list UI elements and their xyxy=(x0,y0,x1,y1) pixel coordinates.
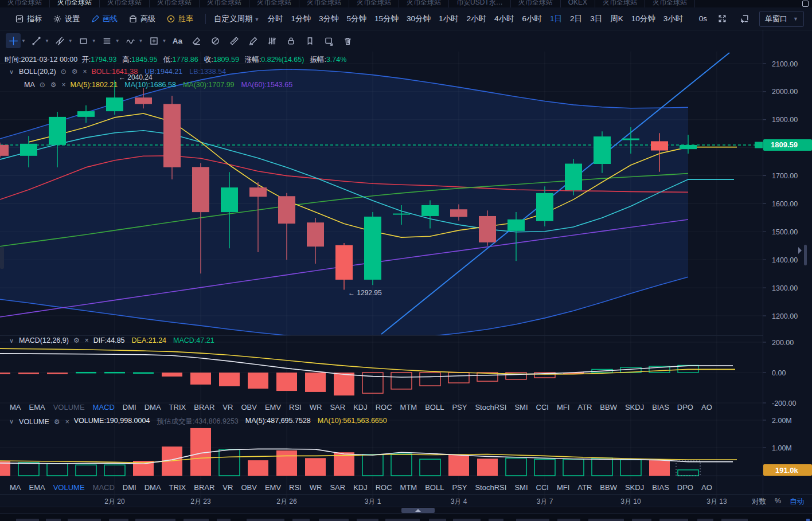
close-icon[interactable]: × xyxy=(62,81,66,89)
collapse-icon[interactable]: ∨ xyxy=(9,418,14,425)
indicator-tab-emv[interactable]: EMV xyxy=(261,483,285,492)
indicator-tab-ao[interactable]: AO xyxy=(697,483,716,492)
indicator-tab-atr[interactable]: ATR xyxy=(573,403,596,412)
indicator-value: VOLUME:190,998.0004 xyxy=(74,417,150,426)
indicator-tab-boll[interactable]: BOLL xyxy=(421,483,448,492)
clipped-text-fragment xyxy=(385,519,420,521)
indicator-tab-emv[interactable]: EMV xyxy=(261,403,285,412)
indicator-tab-volume[interactable]: VOLUME xyxy=(49,403,89,412)
indicator-tab-mtm[interactable]: MTM xyxy=(396,483,421,492)
indicator-tab-wr[interactable]: WR xyxy=(306,483,326,492)
indicator-tab-bias[interactable]: BIAS xyxy=(648,483,673,492)
indicator-tab-ema[interactable]: EMA xyxy=(25,483,49,492)
indicator-tab-smi[interactable]: SMI xyxy=(510,483,532,492)
price-marker xyxy=(755,142,763,148)
indicator-tab-skdj[interactable]: SKDJ xyxy=(621,403,648,412)
clipped-text-fragment xyxy=(247,519,284,521)
indicator-value: MA(5):487,695.7528 xyxy=(245,417,311,426)
indicator-tab-dpo[interactable]: DPO xyxy=(673,403,697,412)
close-icon[interactable]: × xyxy=(83,68,87,76)
indicator-tabs-volume-pane: MAEMAVOLUMEMACDDMIDMATRIXBRARVROBVEMVRSI… xyxy=(6,481,757,493)
indicator-tab-ma[interactable]: MA xyxy=(6,403,25,412)
indicator-tab-stochrsi[interactable]: StochRSI xyxy=(471,483,510,492)
indicator-tab-brar[interactable]: BRAR xyxy=(190,483,218,492)
indicator-tab-mtm[interactable]: MTM xyxy=(396,403,421,412)
svg-text:2100.00: 2100.00 xyxy=(772,60,798,68)
indicator-tab-dma[interactable]: DMA xyxy=(140,403,165,412)
collapse-icon[interactable]: ∨ xyxy=(9,337,14,344)
macd-title: MACD(12,26,9) xyxy=(19,336,69,344)
indicator-tab-ao[interactable]: AO xyxy=(697,403,716,412)
clipped-text-fragment xyxy=(357,519,378,521)
indicator-tab-atr[interactable]: ATR xyxy=(573,483,596,492)
left-panel-handle[interactable] xyxy=(0,247,4,269)
indicator-tab-rsi[interactable]: RSI xyxy=(285,403,306,412)
scale-%[interactable]: % xyxy=(775,497,781,507)
date-label: 2月 23 xyxy=(190,497,210,507)
indicator-tab-brar[interactable]: BRAR xyxy=(190,403,218,412)
macd-pane xyxy=(0,348,735,395)
indicator-tab-kdj[interactable]: KDJ xyxy=(349,403,372,412)
indicator-value: 预估成交量:434,806.9253 xyxy=(157,417,238,426)
collapse-icon[interactable]: ∨ xyxy=(9,68,14,76)
indicator-tab-ma[interactable]: MA xyxy=(6,483,25,492)
indicator-tab-boll[interactable]: BOLL xyxy=(421,403,448,412)
indicator-tab-kdj[interactable]: KDJ xyxy=(349,483,372,492)
scrollbar-expand-handle[interactable] xyxy=(401,508,435,513)
gear-icon[interactable]: ⚙ xyxy=(54,418,60,426)
indicator-tab-vr[interactable]: VR xyxy=(218,483,237,492)
gear-icon[interactable]: ⚙ xyxy=(73,336,80,344)
chart-canvas[interactable]: ← 2040.24← 1292.952100.002000.001900.001… xyxy=(0,0,812,521)
indicator-tab-bbw[interactable]: BBW xyxy=(596,403,621,412)
indicator-tab-skdj[interactable]: SKDJ xyxy=(621,483,648,492)
clipped-text-fragment xyxy=(489,519,503,521)
gear-icon[interactable]: ⚙ xyxy=(72,68,78,76)
indicator-tab-wr[interactable]: WR xyxy=(306,403,326,412)
indicator-tab-rsi[interactable]: RSI xyxy=(285,483,306,492)
indicator-tab-obv[interactable]: OBV xyxy=(237,483,260,492)
indicator-tab-dpo[interactable]: DPO xyxy=(673,483,697,492)
indicator-tab-cci[interactable]: CCI xyxy=(532,403,553,412)
ohlc-item: 高:1845.95 xyxy=(122,55,157,65)
indicator-tab-macd[interactable]: MACD xyxy=(89,483,119,492)
close-icon[interactable]: × xyxy=(85,336,89,344)
indicator-tab-sar[interactable]: SAR xyxy=(326,403,349,412)
ma-header: MA ⊙ ⚙ × MA(5):1802.21MA(10):1686.58MA(3… xyxy=(24,81,292,89)
eye-icon[interactable]: ⊙ xyxy=(40,81,45,89)
right-scroll-thumb[interactable] xyxy=(804,245,807,265)
scale-对数[interactable]: 对数 xyxy=(752,497,766,507)
indicator-tab-trix[interactable]: TRIX xyxy=(165,403,190,412)
indicator-tab-macd[interactable]: MACD xyxy=(89,403,119,412)
indicator-tab-ema[interactable]: EMA xyxy=(25,403,49,412)
indicator-tab-volume[interactable]: VOLUME xyxy=(49,483,89,492)
indicator-tab-mfi[interactable]: MFI xyxy=(553,403,573,412)
indicator-tab-dmi[interactable]: DMI xyxy=(119,483,140,492)
indicator-tab-obv[interactable]: OBV xyxy=(237,403,260,412)
indicator-value: LB:1338.54 xyxy=(189,68,226,76)
indicator-tab-vr[interactable]: VR xyxy=(218,403,237,412)
indicator-tab-psy[interactable]: PSY xyxy=(448,483,471,492)
ohlc-item: 涨幅:0.82%(14.65) xyxy=(245,55,304,65)
indicator-tab-dmi[interactable]: DMI xyxy=(119,403,140,412)
svg-text:191.0k: 191.0k xyxy=(775,466,799,475)
indicator-tab-stochrsi[interactable]: StochRSI xyxy=(471,403,510,412)
eye-icon[interactable]: ⊙ xyxy=(61,68,67,76)
close-icon[interactable]: × xyxy=(65,418,69,426)
indicator-tab-mfi[interactable]: MFI xyxy=(553,483,573,492)
indicator-tab-smi[interactable]: SMI xyxy=(510,403,532,412)
indicator-tab-bbw[interactable]: BBW xyxy=(596,483,621,492)
indicator-tab-roc[interactable]: ROC xyxy=(372,483,396,492)
indicator-tab-cci[interactable]: CCI xyxy=(532,483,553,492)
indicator-tab-psy[interactable]: PSY xyxy=(448,403,471,412)
indicator-tab-roc[interactable]: ROC xyxy=(372,403,396,412)
boll-title: BOLL(20,2) xyxy=(19,68,56,76)
indicator-tab-dma[interactable]: DMA xyxy=(140,483,165,492)
indicator-tab-bias[interactable]: BIAS xyxy=(648,403,673,412)
price-axis: 2100.002000.001900.001700.001600.001500.… xyxy=(755,30,812,513)
clipped-text-fragment xyxy=(516,519,549,521)
indicator-tab-sar[interactable]: SAR xyxy=(326,483,349,492)
expand-right-icon[interactable] xyxy=(798,247,802,254)
gear-icon[interactable]: ⚙ xyxy=(50,81,57,89)
scale-自动[interactable]: 自动 xyxy=(790,497,804,507)
indicator-tab-trix[interactable]: TRIX xyxy=(165,483,190,492)
